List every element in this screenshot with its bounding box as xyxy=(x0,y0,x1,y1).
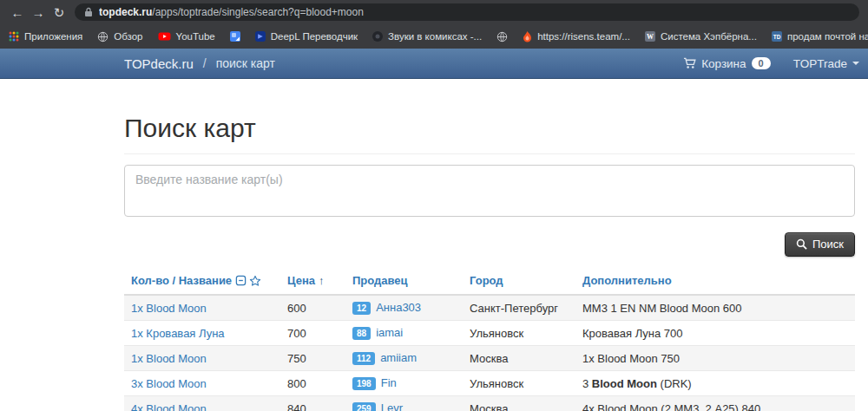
seller-link[interactable]: amiiam xyxy=(380,351,417,364)
forward-icon[interactable]: → xyxy=(28,6,49,19)
table-header-row: Кол-во / Название Цена↑ Продавец Город Д… xyxy=(124,267,855,295)
bookmark-item[interactable]: WСистема Хэпбёрна... xyxy=(645,31,757,42)
seller-rating-badge: 259 xyxy=(352,402,376,411)
lock-icon xyxy=(84,7,93,17)
card-name-link[interactable]: 4x Blood Moon xyxy=(131,402,207,411)
toptrade-menu[interactable]: TOPTrade xyxy=(793,57,859,70)
reload-icon[interactable]: ↻ xyxy=(49,6,69,19)
svg-text:TD: TD xyxy=(773,34,781,40)
table-row: 1x Blood Moon60012Анна303Санкт-Петербург… xyxy=(124,295,855,321)
price-cell: 800 xyxy=(280,371,345,396)
table-row: 1x Blood Moon750112amiiamМосква1x Blood … xyxy=(124,346,855,371)
header-price-label: Цена xyxy=(287,274,315,287)
cart-icon xyxy=(683,57,696,69)
header-seller-label: Продавец xyxy=(352,274,408,287)
card-name-link[interactable]: 1x Blood Moon xyxy=(131,352,207,365)
card-name-link[interactable]: 1x Blood Moon xyxy=(131,302,207,315)
results-table: Кол-во / Название Цена↑ Продавец Город Д… xyxy=(124,267,855,411)
apps-grid-icon xyxy=(9,31,19,42)
price-cell: 600 xyxy=(280,295,345,321)
cart-count-badge: 0 xyxy=(752,57,771,69)
card-name-link[interactable]: 1x Кровавая Луна xyxy=(131,327,225,340)
bookmark-item[interactable]: Обзор xyxy=(97,31,142,42)
extra-cell: Кровавая Луна 700 xyxy=(575,321,855,346)
bookmark-item[interactable]: TDпродам почтой на... xyxy=(772,31,868,42)
header-city[interactable]: Город xyxy=(463,267,575,295)
bookmark-label: Приложения xyxy=(24,31,82,42)
extra-cell: 3 Blood Moon (DRK) xyxy=(575,371,855,396)
url-path: /apps/toptrade/singles/search?q=blood+mo… xyxy=(152,6,364,18)
bookmark-item[interactable] xyxy=(230,31,240,42)
url-text: topdeck.ru/apps/toptrade/singles/search?… xyxy=(99,6,364,18)
table-row: 1x Кровавая Луна70088iamaiУльяновскКрова… xyxy=(124,321,855,346)
seller-link[interactable]: Анна303 xyxy=(376,301,421,314)
seller-rating-badge: 198 xyxy=(352,377,376,390)
youtube-icon xyxy=(158,31,171,42)
city-cell: Москва xyxy=(463,396,575,411)
address-bar[interactable]: topdeck.ru/apps/toptrade/singles/search?… xyxy=(75,3,859,21)
cart-link[interactable]: Корзина 0 xyxy=(683,57,771,70)
bookmark-label: Звуки в комиксах -... xyxy=(388,31,482,42)
price-cell: 700 xyxy=(280,321,345,346)
deepl-icon xyxy=(255,31,266,42)
caret-down-icon xyxy=(852,62,859,65)
header-city-label: Город xyxy=(470,274,503,287)
globe-icon xyxy=(97,31,108,42)
extra-cell: 4x Blood Moon (2 ММ3, 2 А25) 840 xyxy=(575,396,855,411)
star-icon[interactable] xyxy=(249,275,261,287)
site-navbar: TOPdeck.ru / поиск карт Корзина 0 TOPTra… xyxy=(0,49,868,79)
card-name-link[interactable]: 3x Blood Moon xyxy=(131,377,207,390)
seller-rating-badge: 112 xyxy=(352,352,375,365)
header-extra-label: Дополнительно xyxy=(582,274,672,287)
bookmark-label: DeepL Переводчик xyxy=(271,31,358,42)
header-price[interactable]: Цена↑ xyxy=(280,267,345,295)
toptrade-menu-label: TOPTrade xyxy=(793,57,847,70)
browser-toolbar: ← → ↻ topdeck.ru/apps/toptrade/singles/s… xyxy=(0,0,868,24)
seller-link[interactable]: Fin xyxy=(381,376,397,389)
bookmark-item[interactable]: Звуки в комиксах -... xyxy=(372,31,482,42)
bookmark-label: YouTube xyxy=(176,31,215,42)
w-letter-icon: W xyxy=(645,31,655,42)
bookmark-item[interactable]: https://risens.team/... xyxy=(523,31,630,42)
table-row: 4x Blood Moon840259LevrМосква4x Blood Mo… xyxy=(124,396,855,411)
card-icon[interactable] xyxy=(235,275,247,286)
seller-link[interactable]: iamai xyxy=(376,326,403,339)
seller-rating-badge: 88 xyxy=(352,327,371,340)
search-button[interactable]: Поиск xyxy=(785,232,855,257)
header-seller[interactable]: Продавец xyxy=(345,267,463,295)
site-brand-link[interactable]: TOPdeck.ru xyxy=(124,56,194,71)
bookmark-label: Система Хэпбёрна... xyxy=(661,31,757,42)
breadcrumb-separator: / xyxy=(203,56,207,70)
extra-cell: 1x Blood Moon 750 xyxy=(575,346,855,371)
url-host: topdeck.ru xyxy=(99,6,152,18)
page-title: Поиск карт xyxy=(124,114,855,154)
search-button-label: Поиск xyxy=(812,238,844,251)
flame-icon xyxy=(523,31,532,42)
breadcrumb-current: поиск карт xyxy=(216,56,275,70)
bookmark-label: продам почтой на... xyxy=(787,31,868,42)
header-name[interactable]: Кол-во / Название xyxy=(124,267,280,295)
city-cell: Ульяновск xyxy=(463,321,575,346)
city-cell: Ульяновск xyxy=(463,371,575,396)
table-row: 3x Blood Moon800198FinУльяновск3 Blood M… xyxy=(124,371,855,396)
bookmark-label: https://risens.team/... xyxy=(537,31,630,42)
city-cell: Санкт-Петербург xyxy=(463,295,575,321)
bookmarks-bar: ПриложенияОбзорYouTubeDeepL ПереводчикЗв… xyxy=(0,24,868,49)
sort-up-icon: ↑ xyxy=(319,274,325,287)
bookmark-item[interactable]: Приложения xyxy=(9,31,82,42)
bookmark-item[interactable]: YouTube xyxy=(158,31,215,42)
extra-cell: ММ3 1 EN NM Blood Moon 600 xyxy=(575,295,855,321)
bookmark-item[interactable] xyxy=(496,31,508,42)
city-cell: Москва xyxy=(463,346,575,371)
bookmark-label: Обзор xyxy=(114,31,142,42)
translate-icon xyxy=(230,31,240,42)
header-name-label: Кол-во / Название xyxy=(131,274,232,287)
cart-label: Корзина xyxy=(701,57,746,70)
seller-rating-badge: 12 xyxy=(352,302,371,315)
bookmark-item[interactable]: DeepL Переводчик xyxy=(255,31,358,42)
back-icon[interactable]: ← xyxy=(7,6,28,19)
td-icon: TD xyxy=(772,31,782,42)
seller-link[interactable]: Levr xyxy=(381,401,403,411)
card-search-input[interactable] xyxy=(124,165,855,217)
browser-chrome: ← → ↻ topdeck.ru/apps/toptrade/singles/s… xyxy=(0,0,868,49)
